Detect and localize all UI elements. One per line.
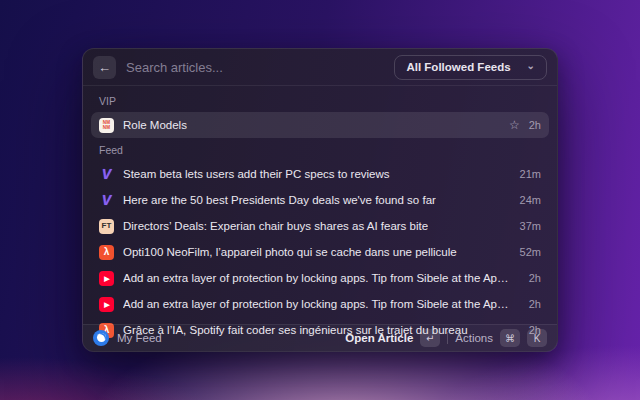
desktop-wallpaper: ← All Followed Feeds ⌄ VIPNM NMRole Mode… (0, 0, 640, 400)
article-timestamp: 21m (520, 168, 541, 180)
feed-search-window: ← All Followed Feeds ⌄ VIPNM NMRole Mode… (82, 48, 558, 352)
article-row[interactable]: VHere are the 50 best Presidents Day dea… (91, 187, 549, 213)
feed-filter-dropdown[interactable]: All Followed Feeds ⌄ (394, 55, 547, 80)
article-row[interactable]: λOpti100 NeoFilm, l’appareil photo qui s… (91, 239, 549, 265)
section-header: Feed (91, 138, 549, 161)
feed-filter-label: All Followed Feeds (406, 61, 510, 73)
verge-icon: V (99, 167, 114, 182)
action-bar: My Feed Open Article ↵ Actions ⌘ K (83, 324, 557, 351)
back-arrow-icon: ← (98, 61, 111, 74)
article-row[interactable]: ▶Add an extra layer of protection by loc… (91, 291, 549, 317)
article-timestamp: 2h (529, 272, 541, 284)
verge-icon: V (99, 193, 114, 208)
star-icon: ☆ (509, 118, 520, 132)
footer-divider (447, 332, 448, 344)
search-header: ← All Followed Feeds ⌄ (83, 49, 557, 86)
command-key-icon: ⌘ (500, 329, 520, 347)
enter-key-icon: ↵ (420, 329, 440, 347)
article-row[interactable]: VSteam beta lets users add their PC spec… (91, 161, 549, 187)
search-input[interactable] (126, 60, 384, 75)
lambda-icon: λ (99, 245, 114, 260)
article-timestamp: 52m (520, 246, 541, 258)
article-title: Role Models (123, 119, 187, 131)
app-label: My Feed (117, 332, 162, 344)
article-timestamp: 37m (520, 220, 541, 232)
article-title: Directors’ Deals: Experian chair buys sh… (123, 220, 428, 232)
article-title: Add an extra layer of protection by lock… (123, 298, 511, 310)
ft-icon: FT (99, 219, 114, 234)
role-models-icon: NM NM (99, 118, 114, 133)
article-row[interactable]: FTDirectors’ Deals: Experian chair buys … (91, 213, 549, 239)
article-list: VIPNM NMRole Models☆2hFeedVSteam beta le… (83, 86, 557, 343)
article-title: Opti100 NeoFilm, l’appareil photo qui se… (123, 246, 457, 258)
k-key-icon: K (527, 329, 547, 347)
chevron-down-icon: ⌄ (527, 63, 535, 68)
section-header: VIP (91, 89, 549, 112)
actions-button[interactable]: Actions (455, 332, 493, 344)
article-row[interactable]: NM NMRole Models☆2h (91, 112, 549, 138)
article-title: Add an extra layer of protection by lock… (123, 272, 511, 284)
back-button[interactable]: ← (93, 56, 116, 79)
youtube-icon: ▶ (99, 271, 114, 286)
article-timestamp: 2h (529, 119, 541, 131)
article-title: Here are the 50 best Presidents Day deal… (123, 194, 436, 206)
article-timestamp: 2h (529, 298, 541, 310)
article-title: Steam beta lets users add their PC specs… (123, 168, 390, 180)
article-timestamp: 24m (520, 194, 541, 206)
youtube-icon: ▶ (99, 297, 114, 312)
open-article-action[interactable]: Open Article (345, 332, 413, 344)
article-row[interactable]: ▶Add an extra layer of protection by loc… (91, 265, 549, 291)
my-feed-app-icon (93, 330, 109, 346)
